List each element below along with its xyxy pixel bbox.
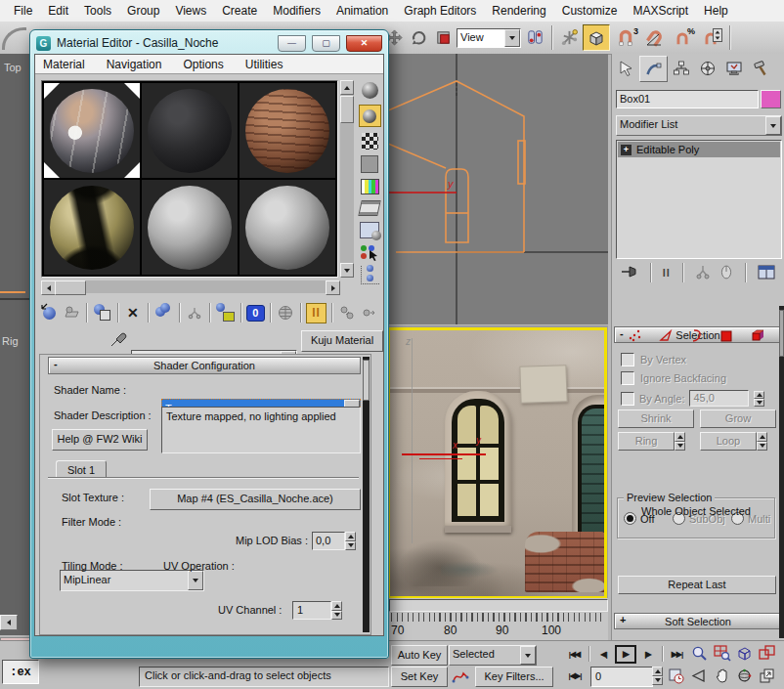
use-center-flyout-icon[interactable] (524, 28, 545, 48)
scroll-right-icon[interactable] (326, 280, 340, 295)
menu-file[interactable]: File (6, 4, 40, 18)
mip-lod-spinner[interactable] (345, 532, 356, 550)
ring-spinner[interactable] (675, 432, 685, 451)
uv-channel-spinner[interactable] (331, 601, 342, 620)
tab-modify-icon[interactable] (639, 56, 668, 82)
menu-options[interactable]: Options (183, 58, 223, 71)
sample-slot-5[interactable] (142, 180, 238, 275)
get-material-icon[interactable] (39, 303, 60, 323)
rollout-scrollbar-thumb[interactable] (363, 360, 370, 401)
scroll-left-button[interactable] (0, 615, 18, 630)
slots-vscrollbar[interactable] (340, 80, 354, 278)
zoom-icon[interactable] (688, 643, 711, 664)
scroll-left-icon[interactable] (41, 280, 56, 295)
undo-icon[interactable] (2, 27, 26, 50)
options-icon[interactable] (360, 222, 379, 238)
by-angle-row[interactable]: By Angle: 45,0 (621, 390, 764, 407)
slots-hscrollbar[interactable] (41, 280, 340, 293)
slot-texture-map-button[interactable]: Map #4 (ES_Casilla_Noche.ace) (150, 489, 361, 510)
key-filters-button[interactable]: Key Filters... (475, 667, 553, 687)
timeline-ticks[interactable] (391, 613, 606, 622)
snap-toggle-button[interactable] (583, 24, 610, 51)
remove-modifier-icon[interactable] (719, 264, 733, 281)
key-mode-toggle-button[interactable]: |◀▶| (563, 667, 587, 685)
make-material-copy-icon[interactable] (153, 303, 174, 323)
uv-channel-field[interactable]: 1 (292, 601, 331, 620)
pick-material-icon[interactable] (109, 330, 127, 350)
stack-row-editable-poly[interactable]: + Editable Poly (618, 142, 780, 157)
slot1-tab[interactable]: Slot 1 (56, 460, 107, 479)
viewport-label-top[interactable]: Top (4, 62, 22, 73)
sample-slot-3[interactable] (240, 83, 335, 178)
set-key-mode-icon[interactable] (450, 667, 471, 685)
by-angle-field[interactable]: 45,0 (689, 390, 749, 407)
element-subobject-icon[interactable] (751, 328, 766, 345)
menu-views[interactable]: Views (167, 4, 214, 18)
menu-graph-editors[interactable]: Graph Editors (396, 4, 484, 18)
auto-key-button[interactable]: Auto Key (391, 645, 448, 666)
make-preview-icon[interactable] (358, 200, 380, 216)
edge-subobject-icon[interactable] (659, 328, 674, 345)
mini-listener-field[interactable]: :ex (2, 660, 39, 684)
help-fw2-wiki-button[interactable]: Help @ FW2 Wiki (52, 429, 148, 451)
tab-motion-icon[interactable] (694, 56, 720, 80)
percent-snap-icon[interactable]: % (670, 28, 695, 48)
video-color-check-icon[interactable] (361, 179, 379, 194)
select-and-scale-icon[interactable] (432, 28, 454, 48)
background-icon[interactable] (362, 133, 378, 150)
go-forward-sibling-icon[interactable] (359, 303, 379, 323)
play-button[interactable]: ▶ (615, 645, 636, 664)
menu-rendering[interactable]: Rendering (484, 4, 553, 18)
material-editor-titlebar[interactable]: G Material Editor - Casilla_Noche — ▢ ✕ (34, 32, 384, 54)
ring-button[interactable]: Ring (618, 432, 675, 451)
reference-coordinate-dropdown[interactable]: View (457, 28, 521, 48)
material-type-button[interactable]: Kuju Material (301, 330, 383, 352)
selection-filter-dropdown[interactable]: Selected (449, 645, 537, 666)
rollout-scrollbar[interactable] (363, 357, 370, 632)
menu-navigation[interactable]: Navigation (107, 58, 162, 71)
zoom-extents-icon[interactable] (733, 643, 756, 664)
spinner-snap-icon[interactable] (698, 28, 723, 48)
menu-group[interactable]: Group (119, 4, 167, 18)
configure-modifier-sets-icon[interactable] (758, 265, 775, 281)
select-and-manipulate-icon[interactable] (558, 28, 580, 48)
material-map-navigator-icon[interactable] (361, 266, 379, 284)
assign-material-icon[interactable] (92, 303, 112, 323)
go-to-parent-icon[interactable] (337, 303, 358, 323)
shader-configuration-header[interactable]: - Shader Configuration (48, 357, 361, 374)
filter-mode-dropdown[interactable]: MipLinear (60, 570, 204, 591)
filter-mode-arrow-icon[interactable] (188, 571, 203, 590)
pan-hand-icon[interactable] (711, 666, 733, 686)
material-editor-window[interactable]: G Material Editor - Casilla_Noche — ▢ ✕ … (29, 29, 389, 659)
time-slider[interactable] (389, 599, 608, 612)
stack-expand-icon[interactable]: + (621, 145, 632, 155)
dropdown-arrow-icon[interactable] (504, 29, 520, 47)
close-button[interactable]: ✕ (346, 35, 382, 52)
soft-selection-rollout-header[interactable]: + Soft Selection (614, 613, 782, 629)
menu-maxscript[interactable]: MAXScript (625, 4, 696, 18)
sample-uv-tiling-icon[interactable] (361, 155, 378, 173)
menu-utilities[interactable]: Utilities (245, 58, 283, 71)
sample-slot-6[interactable] (240, 180, 335, 275)
tab-utilities-icon[interactable] (747, 56, 773, 80)
mip-lod-bias-field[interactable]: 0,0 (312, 532, 345, 550)
material-id-channel-icon[interactable]: 0 (246, 305, 265, 322)
selection-filter-arrow-icon[interactable] (520, 646, 536, 665)
show-end-result-stack-icon[interactable]: II (663, 267, 671, 279)
next-frame-button[interactable]: |▶ (636, 644, 659, 664)
border-subobject-icon[interactable] (689, 328, 704, 345)
select-by-material-icon[interactable] (361, 244, 378, 260)
tab-hierarchy-icon[interactable] (668, 56, 694, 80)
ignore-backfacing-checkbox[interactable] (621, 371, 634, 385)
current-frame-field[interactable]: 0 (590, 667, 653, 687)
set-key-button[interactable]: Set Key (391, 667, 448, 687)
command-panel-scrollbar[interactable] (779, 306, 784, 638)
menu-animation[interactable]: Animation (328, 4, 396, 18)
sample-slot-2[interactable] (142, 83, 238, 178)
repeat-last-button[interactable]: Repeat Last (618, 576, 776, 594)
maximize-button[interactable]: ▢ (312, 35, 340, 52)
vscroll-thumb[interactable] (340, 96, 354, 123)
loop-spinner[interactable] (757, 432, 767, 451)
scroll-down-icon[interactable] (340, 263, 354, 278)
zoom-extents-all-icon[interactable] (756, 643, 778, 664)
